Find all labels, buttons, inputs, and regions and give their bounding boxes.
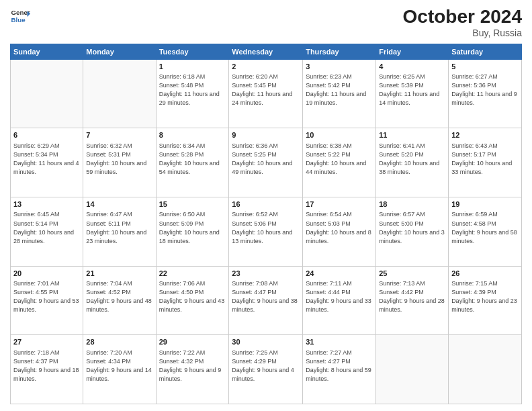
location: Buy, Russia (403, 28, 522, 38)
day-number: 3 (306, 62, 373, 72)
day-content: Sunrise: 6:45 AM Sunset: 5:14 PM Dayligh… (13, 210, 80, 245)
calendar-cell (11, 59, 83, 128)
header: General Blue October 2024 Buy, Russia (10, 7, 522, 38)
svg-text:Blue: Blue (11, 16, 26, 24)
logo-icon: General Blue (10, 7, 30, 27)
day-content: Sunrise: 6:29 AM Sunset: 5:34 PM Dayligh… (13, 142, 80, 177)
day-number: 11 (379, 130, 445, 140)
calendar-cell: 31Sunrise: 7:27 AM Sunset: 4:27 PM Dayli… (303, 335, 376, 404)
day-header-saturday: Saturday (449, 44, 522, 59)
day-number: 1 (159, 62, 226, 72)
day-number: 30 (232, 337, 300, 347)
day-number: 6 (13, 130, 80, 140)
day-number: 7 (86, 130, 152, 140)
day-number: 31 (306, 337, 373, 347)
day-header-tuesday: Tuesday (156, 44, 229, 59)
calendar-cell: 11Sunrise: 6:41 AM Sunset: 5:20 PM Dayli… (376, 128, 449, 197)
day-number: 25 (379, 269, 445, 279)
day-content: Sunrise: 7:22 AM Sunset: 4:32 PM Dayligh… (159, 349, 226, 383)
calendar-cell: 13Sunrise: 6:45 AM Sunset: 5:14 PM Dayli… (11, 197, 83, 267)
day-number: 12 (451, 130, 519, 140)
day-content: Sunrise: 6:38 AM Sunset: 5:22 PM Dayligh… (306, 142, 373, 177)
day-content: Sunrise: 6:50 AM Sunset: 5:09 PM Dayligh… (159, 210, 226, 245)
calendar-week-row: 20Sunrise: 7:01 AM Sunset: 4:55 PM Dayli… (11, 266, 522, 335)
calendar-cell: 9Sunrise: 6:36 AM Sunset: 5:25 PM Daylig… (229, 128, 303, 197)
calendar-cell: 1Sunrise: 6:18 AM Sunset: 5:48 PM Daylig… (156, 59, 229, 128)
calendar-cell (83, 59, 156, 128)
day-number: 13 (13, 199, 80, 210)
calendar-cell: 18Sunrise: 6:57 AM Sunset: 5:00 PM Dayli… (376, 197, 449, 267)
day-header-friday: Friday (376, 44, 449, 59)
day-number: 19 (451, 199, 519, 210)
calendar-cell: 21Sunrise: 7:04 AM Sunset: 4:52 PM Dayli… (83, 266, 156, 335)
calendar-cell: 3Sunrise: 6:23 AM Sunset: 5:42 PM Daylig… (303, 59, 376, 128)
month-title: October 2024 (403, 7, 522, 28)
day-number: 4 (379, 62, 445, 72)
day-number: 17 (306, 199, 373, 210)
day-content: Sunrise: 7:27 AM Sunset: 4:27 PM Dayligh… (306, 349, 373, 383)
calendar-cell: 7Sunrise: 6:32 AM Sunset: 5:31 PM Daylig… (83, 128, 156, 197)
day-number: 5 (451, 62, 519, 72)
day-number: 8 (159, 130, 226, 140)
day-content: Sunrise: 6:25 AM Sunset: 5:39 PM Dayligh… (379, 73, 445, 107)
day-number: 20 (13, 269, 80, 279)
calendar-cell: 10Sunrise: 6:38 AM Sunset: 5:22 PM Dayli… (303, 128, 376, 197)
day-content: Sunrise: 6:32 AM Sunset: 5:31 PM Dayligh… (86, 142, 152, 177)
day-header-sunday: Sunday (11, 44, 83, 59)
day-content: Sunrise: 6:57 AM Sunset: 5:00 PM Dayligh… (379, 210, 445, 245)
calendar: SundayMondayTuesdayWednesdayThursdayFrid… (10, 44, 522, 404)
day-header-thursday: Thursday (303, 44, 376, 59)
day-header-monday: Monday (83, 44, 156, 59)
day-content: Sunrise: 7:18 AM Sunset: 4:37 PM Dayligh… (13, 349, 80, 383)
day-content: Sunrise: 7:11 AM Sunset: 4:44 PM Dayligh… (306, 279, 373, 314)
day-content: Sunrise: 6:27 AM Sunset: 5:36 PM Dayligh… (451, 73, 519, 107)
day-content: Sunrise: 6:59 AM Sunset: 4:58 PM Dayligh… (451, 210, 519, 245)
day-number: 15 (159, 199, 226, 210)
calendar-week-row: 27Sunrise: 7:18 AM Sunset: 4:37 PM Dayli… (11, 335, 522, 404)
day-number: 27 (13, 337, 80, 347)
day-number: 9 (232, 130, 300, 140)
calendar-cell: 27Sunrise: 7:18 AM Sunset: 4:37 PM Dayli… (11, 335, 83, 404)
day-header-wednesday: Wednesday (229, 44, 303, 59)
logo: General Blue (10, 7, 30, 27)
day-content: Sunrise: 6:20 AM Sunset: 5:45 PM Dayligh… (232, 73, 300, 107)
calendar-cell: 20Sunrise: 7:01 AM Sunset: 4:55 PM Dayli… (11, 266, 83, 335)
day-number: 26 (451, 269, 519, 279)
day-content: Sunrise: 7:08 AM Sunset: 4:47 PM Dayligh… (232, 279, 300, 314)
calendar-cell: 6Sunrise: 6:29 AM Sunset: 5:34 PM Daylig… (11, 128, 83, 197)
calendar-cell: 17Sunrise: 6:54 AM Sunset: 5:03 PM Dayli… (303, 197, 376, 267)
calendar-cell: 23Sunrise: 7:08 AM Sunset: 4:47 PM Dayli… (229, 266, 303, 335)
calendar-cell: 14Sunrise: 6:47 AM Sunset: 5:11 PM Dayli… (83, 197, 156, 267)
day-content: Sunrise: 7:01 AM Sunset: 4:55 PM Dayligh… (13, 279, 80, 314)
calendar-cell: 25Sunrise: 7:13 AM Sunset: 4:42 PM Dayli… (376, 266, 449, 335)
day-content: Sunrise: 6:34 AM Sunset: 5:28 PM Dayligh… (159, 142, 226, 177)
day-number: 24 (306, 269, 373, 279)
day-content: Sunrise: 6:18 AM Sunset: 5:48 PM Dayligh… (159, 73, 226, 107)
day-content: Sunrise: 7:06 AM Sunset: 4:50 PM Dayligh… (159, 279, 226, 314)
day-number: 16 (232, 199, 300, 210)
calendar-week-row: 6Sunrise: 6:29 AM Sunset: 5:34 PM Daylig… (11, 128, 522, 197)
calendar-cell: 29Sunrise: 7:22 AM Sunset: 4:32 PM Dayli… (156, 335, 229, 404)
calendar-cell: 8Sunrise: 6:34 AM Sunset: 5:28 PM Daylig… (156, 128, 229, 197)
calendar-cell: 5Sunrise: 6:27 AM Sunset: 5:36 PM Daylig… (449, 59, 522, 128)
calendar-cell (376, 335, 449, 404)
day-number: 2 (232, 62, 300, 72)
day-content: Sunrise: 6:47 AM Sunset: 5:11 PM Dayligh… (86, 210, 152, 245)
title-area: October 2024 Buy, Russia (403, 7, 522, 38)
day-number: 21 (86, 269, 152, 279)
day-content: Sunrise: 7:13 AM Sunset: 4:42 PM Dayligh… (379, 279, 445, 314)
day-number: 10 (306, 130, 373, 140)
calendar-week-row: 1Sunrise: 6:18 AM Sunset: 5:48 PM Daylig… (11, 59, 522, 128)
calendar-cell: 2Sunrise: 6:20 AM Sunset: 5:45 PM Daylig… (229, 59, 303, 128)
calendar-cell: 24Sunrise: 7:11 AM Sunset: 4:44 PM Dayli… (303, 266, 376, 335)
day-content: Sunrise: 7:25 AM Sunset: 4:29 PM Dayligh… (232, 349, 300, 383)
day-content: Sunrise: 7:04 AM Sunset: 4:52 PM Dayligh… (86, 279, 152, 314)
calendar-cell: 30Sunrise: 7:25 AM Sunset: 4:29 PM Dayli… (229, 335, 303, 404)
day-number: 14 (86, 199, 152, 210)
calendar-cell (449, 335, 522, 404)
calendar-cell: 28Sunrise: 7:20 AM Sunset: 4:34 PM Dayli… (83, 335, 156, 404)
day-content: Sunrise: 7:20 AM Sunset: 4:34 PM Dayligh… (86, 349, 152, 383)
calendar-cell: 16Sunrise: 6:52 AM Sunset: 5:06 PM Dayli… (229, 197, 303, 267)
calendar-cell: 12Sunrise: 6:43 AM Sunset: 5:17 PM Dayli… (449, 128, 522, 197)
day-content: Sunrise: 6:41 AM Sunset: 5:20 PM Dayligh… (379, 142, 445, 177)
